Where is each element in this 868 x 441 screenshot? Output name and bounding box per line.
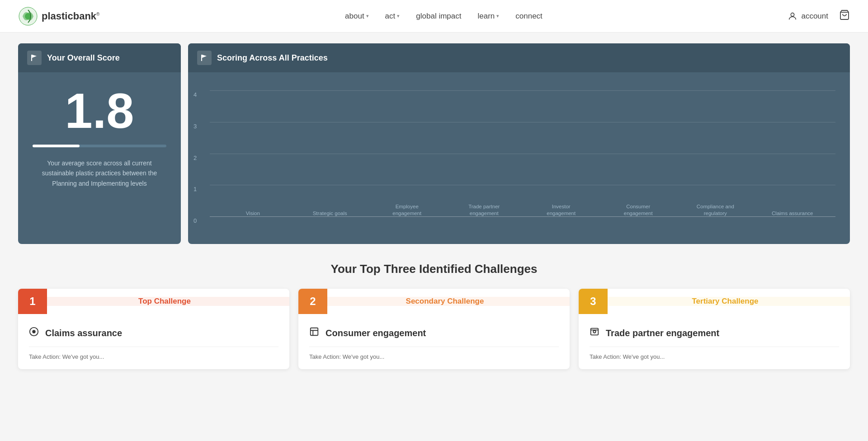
bar-group: Trade partner engagement (446, 200, 523, 217)
overall-score-body: 1.8 Your average score across all curren… (18, 72, 181, 205)
score-description: Your average score across all current su… (33, 158, 166, 188)
bar-label: Compliance and regulatory (697, 203, 734, 217)
nav-menu: about ▾ act ▾ global impact learn ▾ conn… (345, 12, 542, 21)
bar-label: Strategic goals (313, 210, 347, 217)
flag-svg (30, 54, 38, 62)
overall-score-title: Your Overall Score (47, 53, 120, 63)
nav-item-learn[interactable]: learn ▾ (477, 12, 499, 21)
bar-chart-card: Scoring Across All Practices 43210Vision… (188, 43, 850, 244)
challenge-footer: Take Action: We've got you... (590, 347, 839, 360)
flag-icon (27, 51, 42, 65)
challenge-name-text: Claims assurance (45, 328, 122, 338)
challenge-card: 3 Tertiary Challenge Trade partner engag… (579, 289, 850, 369)
chart-area: 43210VisionStrategic goalsEmployee engag… (188, 72, 850, 244)
challenge-name: Claims assurance (29, 327, 278, 339)
logo-icon (18, 6, 38, 26)
challenge-icon (590, 327, 599, 339)
challenge-card: 2 Secondary Challenge Consumer engagemen… (298, 289, 570, 369)
navbar: plasticbank® about ▾ act ▾ global impact… (0, 0, 868, 33)
y-axis-label: 4 (193, 91, 197, 98)
bar-group: Employee engagement (368, 200, 446, 217)
y-axis-label: 2 (193, 154, 197, 161)
main-content: Your Overall Score 1.8 Your average scor… (0, 33, 868, 387)
challenge-number: 1 (18, 289, 47, 314)
navbar-right: account (788, 9, 850, 23)
nav-label-about: about (345, 12, 364, 21)
flag-svg-chart (200, 54, 208, 62)
challenge-number: 2 (298, 289, 327, 314)
challenge-label: Secondary Challenge (327, 297, 570, 306)
bar-chart-title: Scoring Across All Practices (217, 53, 328, 63)
svg-rect-8 (311, 328, 318, 336)
bars-container: VisionStrategic goalsEmployee engagement… (210, 80, 835, 217)
svg-point-2 (791, 13, 794, 16)
challenge-footer: Take Action: We've got you... (29, 347, 278, 360)
score-bar-track (33, 145, 166, 147)
chevron-down-icon: ▾ (397, 13, 400, 19)
nav-item-connect[interactable]: connect (515, 12, 542, 21)
challenge-header: 1 Top Challenge (18, 289, 289, 314)
nav-item-act[interactable]: act ▾ (385, 12, 400, 21)
overall-score-header: Your Overall Score (18, 43, 181, 72)
partner-icon (590, 327, 599, 337)
score-bar-fill (33, 145, 80, 147)
bar-group: Claims assurance (754, 206, 831, 217)
svg-rect-4 (31, 55, 32, 61)
bar-chart-header: Scoring Across All Practices (188, 43, 850, 72)
challenge-body: Consumer engagement Take Action: We've g… (298, 314, 570, 369)
challenges-title: Your Top Three Identified Challenges (18, 262, 850, 276)
account-link[interactable]: account (788, 11, 828, 21)
nav-item-about[interactable]: about ▾ (345, 12, 369, 21)
challenge-header: 2 Secondary Challenge (298, 289, 570, 314)
logo[interactable]: plasticbank® (18, 6, 99, 26)
nav-label-connect: connect (515, 12, 542, 21)
user-icon (788, 11, 797, 21)
bar-label: Claims assurance (772, 210, 813, 217)
score-section: Your Overall Score 1.8 Your average scor… (18, 43, 850, 244)
account-label: account (801, 12, 828, 21)
challenge-body: Claims assurance Take Action: We've got … (18, 314, 289, 369)
challenge-card: 1 Top Challenge Claims assurance Take Ac… (18, 289, 289, 369)
nav-label-act: act (385, 12, 396, 21)
svg-point-12 (593, 330, 596, 333)
chart-inner: 43210VisionStrategic goalsEmployee engag… (210, 80, 835, 233)
bar-label: Employee engagement (392, 203, 421, 217)
bar-label: Trade partner engagement (468, 203, 500, 217)
bar-label: Consumer engagement (624, 203, 653, 217)
challenge-name: Consumer engagement (309, 327, 559, 339)
svg-rect-11 (591, 328, 599, 335)
challenge-label: Top Challenge (47, 297, 289, 306)
overall-score-card: Your Overall Score 1.8 Your average scor… (18, 43, 181, 244)
claims-icon (29, 327, 39, 337)
challenge-name: Trade partner engagement (590, 327, 839, 339)
score-bar (33, 145, 166, 147)
challenge-footer: Take Action: We've got you... (309, 347, 559, 360)
bar-group: Consumer engagement (600, 200, 677, 217)
nav-item-global-impact[interactable]: global impact (416, 12, 461, 21)
y-axis-label: 0 (193, 217, 197, 224)
svg-rect-5 (201, 55, 202, 61)
cart-icon[interactable] (839, 9, 850, 23)
challenge-icon (29, 327, 39, 339)
y-axis-label: 3 (193, 122, 197, 129)
y-axis-label: 1 (193, 186, 197, 192)
challenge-label: Tertiary Challenge (608, 297, 850, 306)
bar-label: Vision (246, 210, 260, 217)
bar-chart-header-left: Scoring Across All Practices (197, 51, 328, 65)
svg-point-7 (33, 330, 35, 333)
challenge-name-text: Consumer engagement (326, 328, 426, 338)
challenges-grid: 1 Top Challenge Claims assurance Take Ac… (18, 289, 850, 369)
bar-label: Investor engagement (547, 203, 576, 217)
bar-group: Investor engagement (523, 200, 600, 217)
challenge-body: Trade partner engagement Take Action: We… (579, 314, 850, 369)
consumer-icon (309, 327, 319, 337)
flag-icon-chart (197, 51, 212, 65)
chevron-down-icon: ▾ (496, 13, 499, 19)
score-number: 1.8 (65, 86, 134, 136)
chevron-down-icon: ▾ (366, 13, 369, 19)
challenge-number: 3 (579, 289, 608, 314)
bar-group: Vision (214, 206, 292, 217)
logo-text: plasticbank® (42, 10, 99, 22)
challenge-header: 3 Tertiary Challenge (579, 289, 850, 314)
nav-label-global-impact: global impact (416, 12, 461, 21)
